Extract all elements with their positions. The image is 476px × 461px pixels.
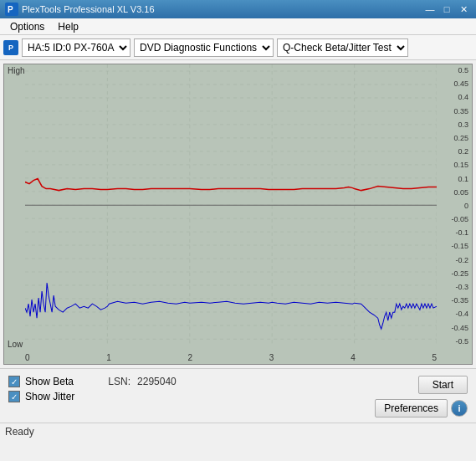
lsn-area: LSN: 2295040 bbox=[108, 376, 176, 387]
svg-text:P: P bbox=[8, 5, 13, 14]
test-dropdown[interactable]: Q-Check Beta/Jitter Test bbox=[277, 38, 408, 57]
preferences-button[interactable]: Preferences bbox=[375, 399, 448, 417]
chart-svg bbox=[25, 64, 437, 346]
drive-dropdown[interactable]: HA:5 ID:0 PX-760A bbox=[22, 38, 131, 57]
pref-row: Preferences i bbox=[375, 399, 468, 417]
menu-bar: Options Help bbox=[0, 18, 476, 35]
checkboxes: ✓ Show Beta ✓ Show Jitter bbox=[8, 376, 74, 402]
lsn-value: 2295040 bbox=[137, 376, 177, 387]
menu-options[interactable]: Options bbox=[3, 19, 51, 34]
maximize-button[interactable]: □ bbox=[439, 3, 454, 16]
chart-label-high: High bbox=[8, 66, 25, 75]
app-icon: P bbox=[5, 3, 18, 16]
chart-container: High Low 0.5 0.45 0.4 0.35 0.3 0.25 0.2 … bbox=[3, 64, 473, 365]
window-controls: — □ ✕ bbox=[422, 3, 471, 16]
start-button[interactable]: Start bbox=[418, 376, 468, 394]
function-dropdown[interactable]: DVD Diagnostic Functions bbox=[134, 38, 274, 57]
show-beta-label: Show Beta bbox=[25, 376, 74, 387]
drive-selector: P HA:5 ID:0 PX-760A bbox=[3, 38, 131, 57]
bottom-panel: ✓ Show Beta ✓ Show Jitter LSN: 2295040 S… bbox=[0, 368, 476, 423]
y-axis: 0.5 0.45 0.4 0.35 0.3 0.25 0.2 0.15 0.1 … bbox=[439, 64, 468, 347]
lsn-label: LSN: bbox=[108, 376, 131, 387]
show-jitter-label: Show Jitter bbox=[25, 391, 74, 402]
info-button[interactable]: i bbox=[451, 400, 468, 417]
show-beta-row: ✓ Show Beta bbox=[8, 376, 74, 387]
toolbar: P HA:5 ID:0 PX-760A DVD Diagnostic Funct… bbox=[0, 35, 476, 60]
chart-label-low: Low bbox=[8, 340, 23, 349]
x-axis: 0 1 2 3 4 5 bbox=[25, 353, 437, 362]
drive-icon: P bbox=[3, 40, 18, 55]
status-bar: Ready bbox=[0, 423, 476, 439]
show-beta-checkbox[interactable]: ✓ bbox=[8, 376, 20, 387]
show-jitter-checkbox[interactable]: ✓ bbox=[8, 391, 20, 402]
close-button[interactable]: ✕ bbox=[456, 3, 471, 16]
menu-help[interactable]: Help bbox=[51, 19, 85, 34]
window-title: PlexTools Professional XL V3.16 bbox=[22, 4, 422, 14]
show-jitter-row: ✓ Show Jitter bbox=[8, 391, 74, 402]
title-bar: P PlexTools Professional XL V3.16 — □ ✕ bbox=[0, 0, 476, 18]
right-buttons: Start Preferences i bbox=[375, 376, 468, 417]
status-text: Ready bbox=[5, 426, 34, 438]
minimize-button[interactable]: — bbox=[422, 3, 438, 16]
